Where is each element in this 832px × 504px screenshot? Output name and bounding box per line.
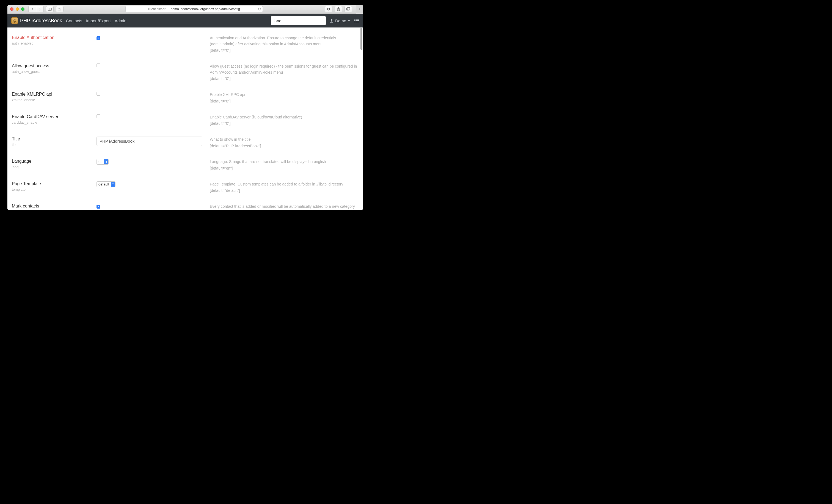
config-input-cell <box>97 114 210 127</box>
config-label-title: Allow guest access <box>12 63 91 69</box>
svg-rect-5 <box>347 8 350 10</box>
close-window-button[interactable] <box>10 7 14 11</box>
config-label: Titletitle <box>12 137 97 149</box>
config-label-key: xmlrpc_enable <box>12 98 91 102</box>
svg-point-6 <box>331 19 332 21</box>
config-label: Mark contactsmark_changed <box>12 204 97 210</box>
select-value: en <box>97 159 104 164</box>
browser-titlebar: Nicht sicher — demo.iaddressbook.org/ind… <box>7 5 363 14</box>
config-description-text: Authentication and Authorization. Ensure… <box>210 35 359 47</box>
checkbox-auth_enabled[interactable] <box>97 36 100 40</box>
checkbox-auth_allow_guest[interactable] <box>97 63 100 67</box>
maximize-window-button[interactable] <box>21 7 24 11</box>
config-input-cell <box>97 63 210 82</box>
select-lang[interactable]: en▲▼ <box>97 159 109 165</box>
config-label: Enable Authenticationauth_enabled <box>12 35 97 54</box>
config-label-key: carddav_enable <box>12 121 91 125</box>
url-security-label: Nicht sicher — demo.iaddressbook.org/ind… <box>148 7 240 11</box>
share-button[interactable] <box>335 6 342 12</box>
window-controls <box>10 7 24 11</box>
minimize-window-button[interactable] <box>16 7 19 11</box>
config-label-key: title <box>12 143 91 147</box>
brand-label: PHP iAddressBook <box>20 18 62 24</box>
app-viewport: PHP iAddressBook Contacts Import/Export … <box>7 14 363 210</box>
checkbox-carddav_enable[interactable] <box>97 114 100 118</box>
nav-link-contacts[interactable]: Contacts <box>66 19 82 23</box>
reload-icon[interactable] <box>258 7 261 11</box>
back-button[interactable] <box>28 6 36 12</box>
config-description-text: Enable CardDAV server (iCloud/ownCloud a… <box>210 114 359 121</box>
sidebar-toggle-button[interactable] <box>46 6 54 12</box>
svg-rect-0 <box>48 8 52 10</box>
config-description-text: Every contact that is added or modified … <box>210 204 359 210</box>
forward-button[interactable] <box>36 6 44 12</box>
brand-icon <box>11 17 18 24</box>
config-description: Every contact that is added or modified … <box>210 204 359 210</box>
app-navbar: PHP iAddressBook Contacts Import/Export … <box>7 14 363 27</box>
config-description: Page Template. Custom templates can be a… <box>210 181 359 194</box>
config-label: Allow guest accessauth_allow_guest <box>12 63 97 82</box>
new-tab-button[interactable]: + <box>356 5 363 14</box>
select-template[interactable]: default▲▼ <box>97 181 115 187</box>
config-input-cell <box>97 35 210 54</box>
nav-link-import-export[interactable]: Import/Export <box>86 19 111 23</box>
config-label-key: template <box>12 187 91 191</box>
user-label: Demo <box>335 19 346 23</box>
config-label-key: auth_enabled <box>12 41 91 45</box>
user-menu[interactable]: Demo <box>330 19 350 23</box>
config-row-xmlrpc_enable: Enable XMLRPC apixmlrpc_enableEnable XML… <box>7 89 363 112</box>
tabs-overview-button[interactable] <box>344 6 352 12</box>
config-input-cell <box>97 204 210 210</box>
downloads-button[interactable] <box>325 6 332 12</box>
select-arrows-icon: ▲▼ <box>104 159 108 164</box>
config-label: Enable XMLRPC apixmlrpc_enable <box>12 92 97 104</box>
user-icon <box>330 19 334 23</box>
config-label-key: auth_allow_guest <box>12 70 91 74</box>
checkbox-mark_changed[interactable] <box>97 205 100 209</box>
brand[interactable]: PHP iAddressBook <box>11 17 62 24</box>
config-label-key: mark_changed <box>12 210 91 210</box>
config-input-cell <box>97 137 210 149</box>
config-description-text: What to show in the title <box>210 137 359 143</box>
text-input-title[interactable] <box>97 137 202 146</box>
config-default: [default="default"] <box>210 188 359 194</box>
config-description: Language. Strings that are not translate… <box>210 159 359 171</box>
browser-window: Nicht sicher — demo.iaddressbook.org/ind… <box>7 5 363 210</box>
config-label-title: Title <box>12 137 91 141</box>
search-input[interactable] <box>271 16 326 25</box>
chevron-down-icon <box>348 20 350 21</box>
config-label-title: Language <box>12 159 91 164</box>
config-label-title: Enable XMLRPC api <box>12 92 91 97</box>
url-bar[interactable]: Nicht sicher — demo.iaddressbook.org/ind… <box>125 6 263 12</box>
config-label: Enable CardDAV servercarddav_enable <box>12 114 97 127</box>
config-description-text: Page Template. Custom templates can be a… <box>210 181 359 187</box>
nav-back-forward-group <box>28 6 44 12</box>
toolbar-right-group <box>325 6 352 12</box>
nav-link-admin[interactable]: Admin <box>115 19 127 23</box>
config-row-auth_enabled: Enable Authenticationauth_enabledAuthent… <box>7 33 363 61</box>
config-description: What to show in the title[default="PHP i… <box>210 137 359 149</box>
select-arrows-icon: ▲▼ <box>111 182 115 187</box>
config-row-mark_changed: Mark contactsmark_changedEvery contact t… <box>7 202 363 210</box>
config-input-cell: default▲▼ <box>97 181 210 194</box>
config-row-title: TitletitleWhat to show in the title[defa… <box>7 134 363 157</box>
config-description: Authentication and Authorization. Ensure… <box>210 35 359 54</box>
config-content: Enable Authenticationauth_enabledAuthent… <box>7 27 363 210</box>
config-default: [default="0"] <box>210 98 359 104</box>
config-description-text: Allow guest access (no login required) -… <box>210 63 359 75</box>
config-description: Allow guest access (no login required) -… <box>210 63 359 82</box>
checkbox-xmlrpc_enable[interactable] <box>97 92 100 96</box>
config-label-title: Enable CardDAV server <box>12 114 91 119</box>
list-view-button[interactable] <box>354 19 359 23</box>
config-label-key: lang <box>12 165 91 169</box>
config-input-cell <box>97 92 210 104</box>
cloud-tabs-button[interactable] <box>56 6 63 12</box>
vertical-scrollbar[interactable] <box>361 28 362 50</box>
config-input-cell: en▲▼ <box>97 159 210 171</box>
config-row-auth_allow_guest: Allow guest accessauth_allow_guestAllow … <box>7 61 363 89</box>
config-label: Languagelang <box>12 159 97 171</box>
config-description: Enable CardDAV server (iCloud/ownCloud a… <box>210 114 359 127</box>
config-label-title: Page Template <box>12 181 91 186</box>
config-description-text: Enable XMLRPC api <box>210 92 359 98</box>
config-label-title: Mark contacts <box>12 204 91 209</box>
